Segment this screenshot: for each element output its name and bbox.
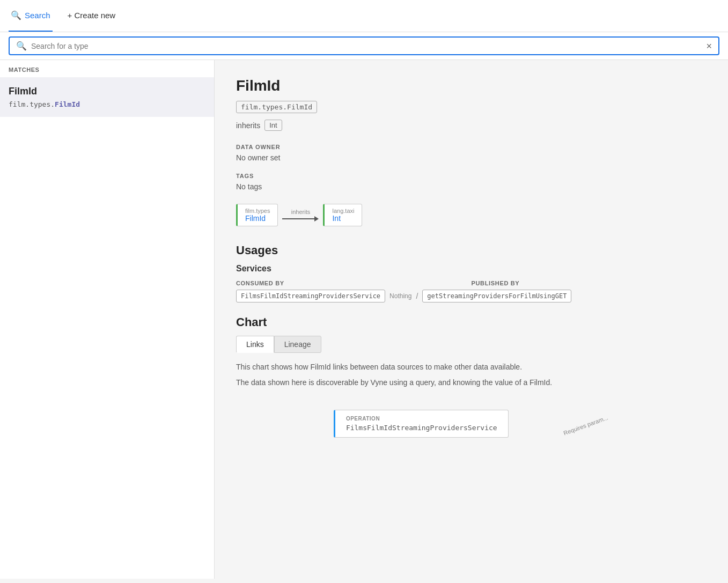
create-new-nav-item[interactable]: + Create new <box>65 0 118 32</box>
published-by-header: PUBLISHED BY <box>472 280 707 286</box>
arrow-shaft <box>282 218 314 219</box>
data-owner-label: DATA OWNER <box>236 144 707 150</box>
match-item[interactable]: FilmId film.types.FilmId <box>0 77 214 117</box>
service-consumed-badge[interactable]: FilmsFilmIdStreamingProvidersService <box>236 290 385 302</box>
arrow-line <box>282 216 319 222</box>
chart-desc2: The data shown here is discoverable by V… <box>236 377 707 388</box>
type-badge: film.types.FilmId <box>236 101 317 113</box>
tab-links[interactable]: Links <box>236 336 274 353</box>
operation-label: OPERATION <box>346 416 497 422</box>
tags-value: No tags <box>236 182 707 191</box>
search-nav-item[interactable]: 🔍 Search <box>9 0 53 32</box>
consumed-by-header: CONSUMED BY <box>236 280 472 286</box>
services-row: FilmsFilmIdStreamingProvidersService Not… <box>236 290 707 302</box>
nothing-label: Nothing <box>389 292 411 300</box>
search-bar-container: 🔍 filmid × <box>0 32 728 60</box>
chart-desc1: This chart shows how FilmId links betwee… <box>236 361 707 373</box>
tags-label: TAGS <box>236 173 707 179</box>
search-nav-label: Search <box>25 11 50 20</box>
arrow-label: inherits <box>291 209 310 215</box>
operation-node: OPERATION FilmsFilmIdStreamingProvidersS… <box>334 410 509 438</box>
arrow-head <box>314 216 319 222</box>
search-bar: 🔍 filmid × <box>9 36 719 55</box>
match-path-prefix: film.types. <box>9 100 55 108</box>
top-navigation: 🔍 Search + Create new <box>0 0 728 32</box>
services-subtitle: Services <box>236 264 707 274</box>
search-input[interactable]: filmid <box>31 42 702 50</box>
main-layout: MATCHES FilmId film.types.FilmId FilmId … <box>0 60 728 579</box>
lineage-diagram: film.types FilmId inherits lang.taxi Int <box>236 204 707 226</box>
search-nav-icon: 🔍 <box>11 10 21 20</box>
match-path: film.types.FilmId <box>9 100 205 108</box>
search-icon: 🔍 <box>16 41 27 51</box>
slash-divider: / <box>416 292 418 300</box>
source-name: FilmId <box>245 214 266 223</box>
service-published-badge[interactable]: getStreamingProvidersForFilmUsingGET <box>422 290 571 302</box>
search-clear-button[interactable]: × <box>706 41 712 51</box>
create-new-nav-label: + Create new <box>68 11 116 20</box>
requires-label: Requires param... <box>562 414 608 436</box>
match-path-highlight: FilmId <box>55 100 80 108</box>
chart-tab-row: Links Lineage <box>236 336 707 353</box>
type-title: FilmId <box>236 77 707 94</box>
services-table: CONSUMED BY PUBLISHED BY FilmsFilmIdStre… <box>236 280 707 302</box>
operation-name: FilmsFilmIdStreamingProvidersService <box>346 424 497 432</box>
data-owner-value: No owner set <box>236 153 707 162</box>
match-title: FilmId <box>9 86 205 97</box>
target-namespace: lang.taxi <box>332 208 354 214</box>
inherits-label: inherits <box>236 121 260 130</box>
left-panel: MATCHES FilmId film.types.FilmId <box>0 60 215 579</box>
usages-title: Usages <box>236 243 707 257</box>
tab-lineage[interactable]: Lineage <box>274 336 321 353</box>
matches-label: MATCHES <box>0 60 214 77</box>
bottom-diagram: OPERATION FilmsFilmIdStreamingProvidersS… <box>236 401 707 438</box>
chart-section: Links Lineage This chart shows how FilmI… <box>236 336 707 438</box>
lineage-source-node: film.types FilmId <box>236 204 278 226</box>
inherits-row: inherits Int <box>236 120 707 131</box>
source-namespace: film.types <box>245 208 270 214</box>
chart-title: Chart <box>236 315 707 329</box>
inherits-type-badge: Int <box>264 120 282 131</box>
target-name: Int <box>332 214 341 223</box>
services-header: CONSUMED BY PUBLISHED BY <box>236 280 707 286</box>
lineage-arrow: inherits <box>282 209 319 222</box>
right-panel: FilmId film.types.FilmId inherits Int DA… <box>215 60 728 579</box>
lineage-target-node: lang.taxi Int <box>323 204 362 226</box>
requires-param-area: Requires param... <box>541 410 609 429</box>
